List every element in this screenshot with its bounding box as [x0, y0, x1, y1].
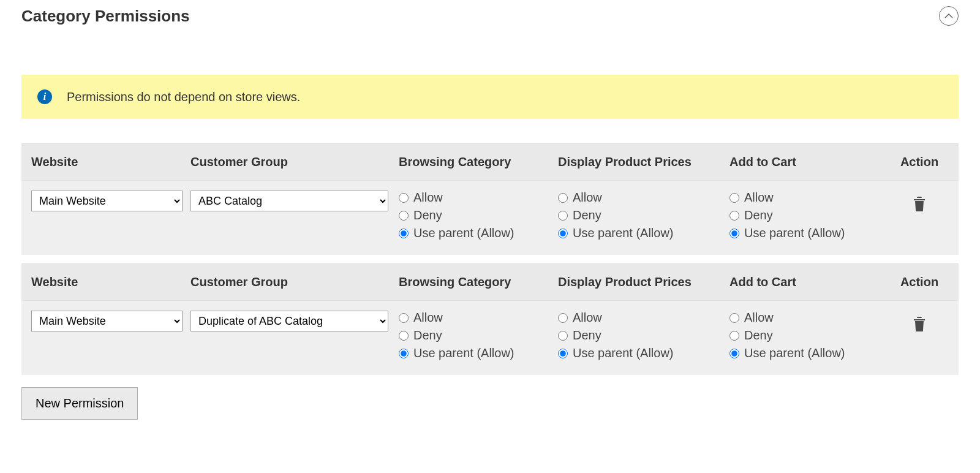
radio-use-parent[interactable] — [558, 349, 568, 358]
permissions-table: Website Customer Group Browsing Category… — [21, 143, 959, 375]
radio-use-parent[interactable] — [729, 349, 739, 358]
radio-deny[interactable] — [729, 331, 739, 341]
radio-label: Deny — [744, 208, 773, 222]
radio-use-parent[interactable] — [729, 229, 739, 238]
radio-label: Use parent (Allow) — [744, 226, 845, 240]
info-banner: i Permissions do not depend on store vie… — [21, 75, 959, 119]
table-header: Website Customer Group Browsing Category… — [21, 263, 959, 300]
delete-button[interactable] — [889, 191, 950, 213]
radio-label: Allow — [413, 311, 443, 325]
radio-allow[interactable] — [729, 313, 739, 323]
radio-deny[interactable] — [399, 331, 409, 341]
radio-label: Use parent (Allow) — [744, 346, 845, 360]
table-row: Main Website Duplicate of ABC Catalog Al… — [21, 300, 959, 375]
radio-allow[interactable] — [399, 313, 409, 323]
radio-deny[interactable] — [558, 331, 568, 341]
col-browsing: Browsing Category — [399, 275, 558, 289]
website-select[interactable]: Main Website — [31, 191, 183, 211]
chevron-up-icon — [944, 13, 953, 19]
table-header: Website Customer Group Browsing Category… — [21, 143, 959, 180]
col-website: Website — [31, 155, 190, 169]
radio-deny[interactable] — [729, 211, 739, 221]
radio-label: Use parent (Allow) — [413, 226, 514, 240]
radio-label: Use parent (Allow) — [413, 346, 514, 360]
trash-icon — [912, 195, 927, 213]
col-customer-group: Customer Group — [190, 155, 399, 169]
radio-allow[interactable] — [399, 193, 409, 203]
prices-radio-group: Allow Deny Use parent (Allow) — [558, 311, 729, 360]
radio-allow[interactable] — [558, 313, 568, 323]
radio-label: Allow — [573, 311, 602, 325]
addcart-radio-group: Allow Deny Use parent (Allow) — [729, 311, 889, 360]
radio-label: Use parent (Allow) — [573, 346, 674, 360]
col-addcart: Add to Cart — [729, 155, 889, 169]
col-prices: Display Product Prices — [558, 275, 729, 289]
col-addcart: Add to Cart — [729, 275, 889, 289]
radio-deny[interactable] — [399, 211, 409, 221]
col-action: Action — [889, 275, 950, 289]
col-customer-group: Customer Group — [190, 275, 399, 289]
radio-label: Deny — [573, 208, 601, 222]
page-title: Category Permissions — [21, 7, 190, 26]
website-select[interactable]: Main Website — [31, 311, 183, 331]
radio-label: Allow — [744, 191, 774, 205]
collapse-button[interactable] — [939, 6, 959, 26]
radio-use-parent[interactable] — [399, 349, 409, 358]
radio-label: Allow — [573, 191, 602, 205]
trash-icon — [912, 316, 927, 333]
radio-allow[interactable] — [558, 193, 568, 203]
radio-label: Deny — [573, 328, 601, 342]
radio-label: Use parent (Allow) — [573, 226, 674, 240]
col-action: Action — [889, 155, 950, 169]
customer-group-select[interactable]: ABC Catalog — [190, 191, 388, 211]
delete-button[interactable] — [889, 311, 950, 333]
new-permission-button[interactable]: New Permission — [21, 387, 138, 420]
radio-label: Allow — [744, 311, 774, 325]
browsing-radio-group: Allow Deny Use parent (Allow) — [399, 191, 558, 240]
radio-use-parent[interactable] — [399, 229, 409, 238]
info-message: Permissions do not depend on store views… — [67, 90, 300, 104]
radio-use-parent[interactable] — [558, 229, 568, 238]
col-website: Website — [31, 275, 190, 289]
col-prices: Display Product Prices — [558, 155, 729, 169]
customer-group-select[interactable]: Duplicate of ABC Catalog — [190, 311, 388, 331]
radio-allow[interactable] — [729, 193, 739, 203]
radio-deny[interactable] — [558, 211, 568, 221]
radio-label: Deny — [413, 208, 442, 222]
col-browsing: Browsing Category — [399, 155, 558, 169]
radio-label: Allow — [413, 191, 443, 205]
addcart-radio-group: Allow Deny Use parent (Allow) — [729, 191, 889, 240]
browsing-radio-group: Allow Deny Use parent (Allow) — [399, 311, 558, 360]
radio-label: Deny — [744, 328, 773, 342]
table-row: Main Website ABC Catalog Allow Deny Use … — [21, 180, 959, 255]
prices-radio-group: Allow Deny Use parent (Allow) — [558, 191, 729, 240]
radio-label: Deny — [413, 328, 442, 342]
info-icon: i — [37, 89, 52, 104]
